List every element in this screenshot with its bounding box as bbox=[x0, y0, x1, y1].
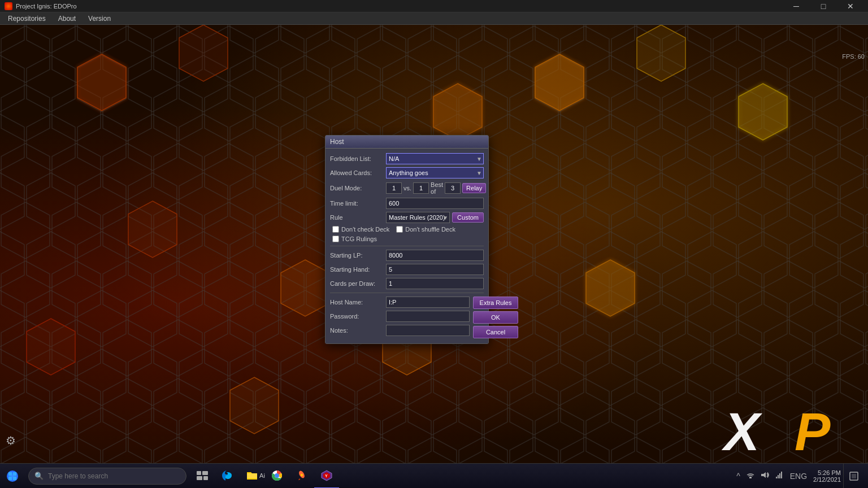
edopro-taskbar-button[interactable]: Y bbox=[314, 464, 339, 489]
ai-badge[interactable]: Ai bbox=[249, 463, 275, 488]
relay-button[interactable]: Relay bbox=[462, 183, 486, 193]
time-limit-label: Time limit: bbox=[330, 200, 384, 207]
allowed-cards-select[interactable]: Anything goes bbox=[386, 167, 484, 178]
bottom-section: Host Name: Password: Notes: Extr bbox=[330, 297, 484, 339]
dont-shuffle-deck-item[interactable]: Don't shuffle Deck bbox=[396, 226, 455, 233]
dont-check-deck-checkbox[interactable] bbox=[332, 226, 339, 233]
tcg-rulings-item[interactable]: TCG Rulings bbox=[332, 236, 377, 242]
allowed-cards-row: Allowed Cards: Anything goes ▼ bbox=[330, 167, 484, 178]
svg-rect-37 bbox=[779, 473, 780, 478]
gear-button[interactable]: ⚙ bbox=[6, 434, 16, 447]
svg-rect-40 bbox=[852, 474, 856, 478]
svg-rect-33 bbox=[749, 477, 752, 478]
svg-rect-35 bbox=[776, 477, 777, 478]
forbidden-list-select-wrapper: N/A ▼ bbox=[386, 153, 484, 164]
duel-mode-count-input[interactable] bbox=[445, 182, 461, 194]
starting-hand-row: Starting Hand: bbox=[330, 264, 484, 275]
svg-rect-38 bbox=[781, 472, 782, 478]
dont-check-deck-item[interactable]: Don't check Deck bbox=[332, 226, 389, 233]
network-icon[interactable] bbox=[744, 471, 757, 481]
duel-mode-p2-input[interactable] bbox=[413, 182, 429, 194]
maximize-button[interactable]: □ bbox=[810, 0, 836, 12]
starting-lp-label: Starting LP: bbox=[330, 252, 384, 259]
notifications-icon bbox=[849, 472, 858, 481]
notifications-button[interactable] bbox=[843, 464, 863, 489]
dont-shuffle-deck-label: Don't shuffle Deck bbox=[405, 226, 455, 233]
time-limit-input[interactable] bbox=[386, 198, 484, 209]
edge-button[interactable] bbox=[215, 464, 240, 489]
starting-lp-input[interactable] bbox=[386, 250, 484, 261]
wifi-svg bbox=[775, 471, 784, 479]
windows-logo bbox=[8, 472, 16, 480]
time-limit-row: Time limit: bbox=[330, 198, 484, 209]
forbidden-list-row: Forbidden List: N/A ▼ bbox=[330, 153, 484, 164]
rule-select-wrapper: Master Rules (2020) ▼ bbox=[386, 212, 450, 223]
svg-rect-36 bbox=[778, 475, 779, 478]
app-icon bbox=[5, 2, 12, 10]
pinned-app-button[interactable] bbox=[289, 464, 314, 489]
notes-row: Notes: bbox=[330, 325, 470, 336]
close-button[interactable]: ✕ bbox=[837, 0, 863, 12]
start-button[interactable] bbox=[0, 464, 25, 489]
search-input[interactable] bbox=[48, 472, 180, 480]
background: ⚙ FPS: 60 X P Host Forbidden List: N/A ▼ bbox=[0, 25, 868, 488]
svg-text:X: X bbox=[721, 402, 763, 457]
task-view-button[interactable] bbox=[190, 464, 215, 489]
clock-date: 2/12/2021 bbox=[813, 476, 841, 483]
minimize-button[interactable]: ─ bbox=[783, 0, 809, 12]
task-view-icon bbox=[197, 471, 208, 480]
cards-per-draw-input[interactable] bbox=[386, 278, 484, 289]
bestof-text: Best of bbox=[431, 181, 443, 195]
host-name-input[interactable] bbox=[386, 297, 470, 308]
starting-hand-input[interactable] bbox=[386, 264, 484, 275]
network-svg bbox=[746, 471, 755, 479]
fps-counter: FPS: 60 bbox=[842, 53, 865, 60]
rule-label: Rule bbox=[330, 214, 384, 221]
checkbox-row-2: TCG Rulings bbox=[330, 236, 484, 242]
windows-icon bbox=[7, 470, 18, 482]
clock-time: 5:26 PM bbox=[818, 469, 841, 476]
cards-per-draw-label: Cards per Draw: bbox=[330, 280, 384, 287]
starting-lp-row: Starting LP: bbox=[330, 250, 484, 261]
svg-point-29 bbox=[301, 474, 303, 476]
vs-text: vs. bbox=[403, 185, 411, 191]
duel-mode-controls: vs. Best of Relay bbox=[386, 181, 486, 195]
language-indicator[interactable]: ENG bbox=[788, 472, 809, 481]
wifi-icon[interactable] bbox=[774, 471, 786, 481]
svg-text:P: P bbox=[795, 402, 831, 457]
extra-rules-button[interactable]: Extra Rules bbox=[473, 297, 518, 309]
show-hidden-icon[interactable]: ^ bbox=[735, 472, 742, 481]
dialog-title: Host bbox=[326, 136, 488, 149]
ok-button[interactable]: OK bbox=[473, 311, 518, 324]
duel-mode-p1-input[interactable] bbox=[386, 182, 402, 194]
menu-repositories[interactable]: Repositories bbox=[2, 14, 51, 24]
svg-rect-21 bbox=[13, 477, 16, 480]
dialog-body: Forbidden List: N/A ▼ Allowed Cards: Any… bbox=[326, 149, 488, 343]
host-dialog: Host Forbidden List: N/A ▼ Allowed Cards… bbox=[325, 135, 489, 344]
custom-button[interactable]: Custom bbox=[452, 212, 484, 223]
svg-rect-19 bbox=[13, 472, 16, 476]
notes-input[interactable] bbox=[386, 325, 470, 336]
menu-about[interactable]: About bbox=[53, 14, 81, 24]
allowed-cards-label: Allowed Cards: bbox=[330, 169, 384, 176]
bottom-left: Host Name: Password: Notes: bbox=[330, 297, 470, 339]
host-name-label: Host Name: bbox=[330, 299, 384, 306]
clock[interactable]: 5:26 PM 2/12/2021 bbox=[813, 469, 841, 483]
menu-version[interactable]: Version bbox=[83, 14, 116, 24]
taskbar-right: ^ bbox=[735, 464, 868, 488]
xp-logo: X P bbox=[721, 400, 851, 457]
cancel-button[interactable]: Cancel bbox=[473, 326, 518, 338]
starting-hand-label: Starting Hand: bbox=[330, 266, 384, 273]
tcg-rulings-checkbox[interactable] bbox=[332, 236, 339, 242]
xp-logo-svg: X P bbox=[721, 400, 851, 457]
allowed-cards-select-wrapper: Anything goes ▼ bbox=[386, 167, 484, 178]
rule-select[interactable]: Master Rules (2020) bbox=[386, 212, 450, 223]
dont-shuffle-deck-checkbox[interactable] bbox=[396, 226, 403, 233]
speaker-icon[interactable] bbox=[759, 471, 771, 481]
forbidden-list-select[interactable]: N/A bbox=[386, 153, 484, 164]
checkbox-row-1: Don't check Deck Don't shuffle Deck bbox=[330, 226, 484, 233]
password-input[interactable] bbox=[386, 311, 470, 322]
cards-per-draw-row: Cards per Draw: bbox=[330, 278, 484, 289]
password-row: Password: bbox=[330, 311, 470, 322]
search-bar[interactable]: 🔍 bbox=[28, 468, 186, 485]
